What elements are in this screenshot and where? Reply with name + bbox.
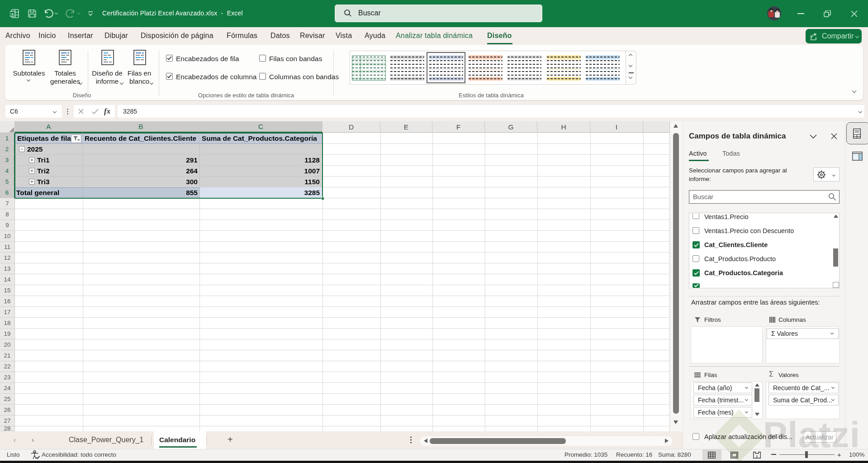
svg-text:x: x xyxy=(11,12,14,16)
